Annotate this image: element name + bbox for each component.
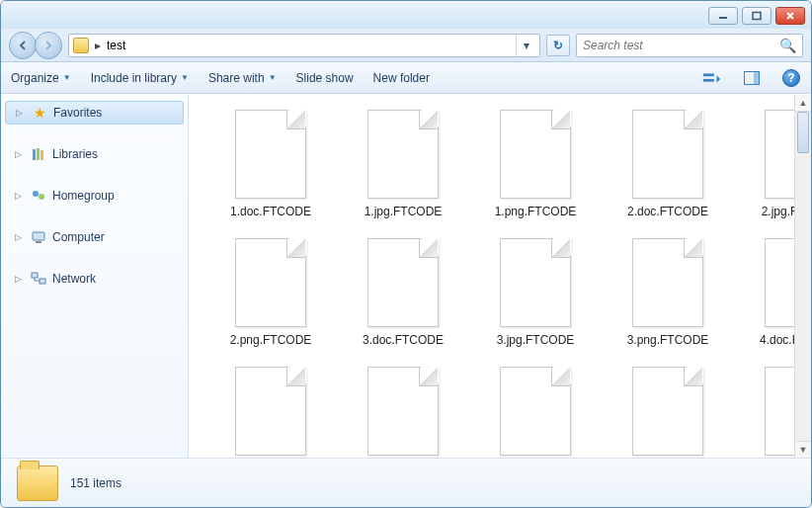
file-icon: [500, 238, 571, 327]
refresh-icon: ↻: [553, 39, 563, 52]
file-icon: [632, 110, 703, 199]
file-item[interactable]: 4.png.FTCODE: [337, 362, 469, 458]
sidebar-item-favorites[interactable]: ▷ ★ Favorites: [5, 101, 184, 125]
nav-arrows: [9, 32, 62, 59]
sidebar-item-label: Computer: [52, 230, 105, 244]
file-item[interactable]: 1.doc.FTCODE: [204, 105, 337, 233]
file-item[interactable]: 2.png.FTCODE: [204, 233, 337, 362]
organize-menu[interactable]: Organize ▼: [11, 71, 71, 85]
breadcrumb[interactable]: ▸ test ▾: [68, 34, 540, 57]
file-item[interactable]: 5.doc.FTCODE: [469, 362, 602, 458]
expand-icon: ▷: [15, 232, 25, 242]
explorer-window: ▸ test ▾ ↻ 🔍 Organize ▼ Include in libra…: [0, 0, 812, 508]
sidebar-item-homegroup[interactable]: ▷ Homegroup: [1, 184, 188, 208]
scroll-thumb[interactable]: [797, 112, 809, 153]
sidebar-item-label: Network: [52, 272, 96, 286]
sidebar: ▷ ★ Favorites ▷ Libraries ▷ Homegroup ▷: [1, 95, 189, 458]
chevron-down-icon: ▼: [269, 73, 277, 82]
file-item[interactable]: 3.png.FTCODE: [602, 233, 734, 362]
file-item[interactable]: 5.jpg.FTCODE: [602, 362, 734, 458]
svg-rect-2: [703, 73, 714, 76]
file-label: 1.doc.FTCODE: [230, 205, 311, 218]
sidebar-item-libraries[interactable]: ▷ Libraries: [1, 142, 188, 166]
search-input[interactable]: [583, 39, 779, 52]
expand-icon: ▷: [16, 108, 26, 118]
sidebar-item-label: Libraries: [52, 147, 98, 161]
search-icon: 🔍: [779, 38, 796, 53]
svg-rect-13: [32, 273, 38, 278]
breadcrumb-folder: test: [107, 39, 125, 52]
refresh-button[interactable]: ↻: [546, 35, 570, 56]
svg-rect-11: [33, 232, 44, 240]
status-text: 151 items: [70, 476, 122, 490]
newfolder-label: New folder: [373, 71, 430, 85]
file-icon: [367, 110, 439, 199]
help-icon: ?: [782, 69, 800, 87]
svg-rect-6: [33, 149, 36, 160]
include-menu[interactable]: Include in library ▼: [91, 71, 189, 85]
view-menu[interactable]: [702, 68, 722, 88]
file-icon: [235, 238, 306, 327]
file-icon: [632, 238, 703, 327]
file-item[interactable]: 3.doc.FTCODE: [337, 233, 469, 362]
include-label: Include in library: [91, 71, 177, 85]
newfolder-button[interactable]: New folder: [373, 71, 430, 85]
file-label: 2.doc.FTCODE: [627, 205, 708, 218]
computer-icon: [31, 229, 46, 245]
homegroup-icon: [31, 188, 46, 204]
close-button[interactable]: [775, 7, 805, 25]
toolbar: Organize ▼ Include in library ▼ Share wi…: [1, 62, 811, 94]
svg-rect-5: [754, 72, 759, 84]
file-icon: [367, 238, 439, 327]
folder-icon: [73, 38, 89, 53]
file-label: 3.doc.FTCODE: [363, 333, 444, 347]
file-label: 1.png.FTCODE: [495, 205, 577, 218]
statusbar: 151 items: [1, 458, 811, 507]
file-icon: [632, 367, 703, 456]
svg-rect-1: [753, 12, 761, 19]
file-label: 2.png.FTCODE: [230, 333, 312, 347]
file-label: 3.jpg.FTCODE: [497, 333, 575, 347]
vertical-scrollbar[interactable]: ▲ ▼: [794, 95, 811, 458]
file-icon: [500, 367, 571, 456]
file-item[interactable]: 1.jpg.FTCODE: [337, 105, 469, 233]
file-icon: [235, 110, 306, 199]
search-box[interactable]: 🔍: [576, 34, 803, 57]
help-button[interactable]: ?: [781, 68, 801, 88]
file-item[interactable]: 4.jpg.FTCODE: [204, 362, 337, 458]
svg-rect-8: [41, 150, 43, 160]
maximize-button[interactable]: [742, 7, 771, 25]
share-label: Share with: [208, 71, 265, 85]
file-icon: [367, 367, 439, 456]
sidebar-item-network[interactable]: ▷ Network: [1, 267, 188, 291]
share-menu[interactable]: Share with ▼: [208, 71, 277, 85]
folder-icon: [17, 466, 58, 501]
libraries-icon: [31, 146, 46, 162]
content-pane: 1.doc.FTCODE1.jpg.FTCODE1.png.FTCODE2.do…: [189, 95, 811, 458]
sidebar-item-computer[interactable]: ▷ Computer: [1, 225, 188, 249]
file-item[interactable]: 2.doc.FTCODE: [602, 105, 734, 233]
svg-point-10: [39, 194, 44, 200]
chevron-down-icon: ▼: [63, 73, 71, 82]
chevron-down-icon: ▼: [181, 73, 189, 82]
scroll-up-icon[interactable]: ▲: [795, 95, 811, 112]
file-grid: 1.doc.FTCODE1.jpg.FTCODE1.png.FTCODE2.do…: [189, 95, 811, 458]
minimize-button[interactable]: [708, 7, 738, 25]
main-area: ▷ ★ Favorites ▷ Libraries ▷ Homegroup ▷: [1, 94, 811, 458]
forward-button[interactable]: [35, 32, 62, 59]
sidebar-item-label: Favorites: [53, 106, 102, 120]
file-item[interactable]: 3.jpg.FTCODE: [469, 233, 602, 362]
network-icon: [31, 271, 46, 287]
titlebar: [1, 1, 811, 29]
svg-rect-12: [36, 241, 41, 243]
pane-icon: [744, 71, 760, 85]
svg-rect-14: [40, 279, 45, 284]
sidebar-item-label: Homegroup: [52, 189, 115, 203]
back-button[interactable]: [9, 32, 37, 59]
scroll-track[interactable]: [795, 112, 811, 441]
slideshow-button[interactable]: Slide show: [296, 71, 354, 85]
scroll-down-icon[interactable]: ▼: [795, 441, 811, 458]
preview-pane-button[interactable]: [742, 68, 762, 88]
file-item[interactable]: 1.png.FTCODE: [469, 105, 602, 233]
breadcrumb-dropdown[interactable]: ▾: [516, 35, 535, 56]
